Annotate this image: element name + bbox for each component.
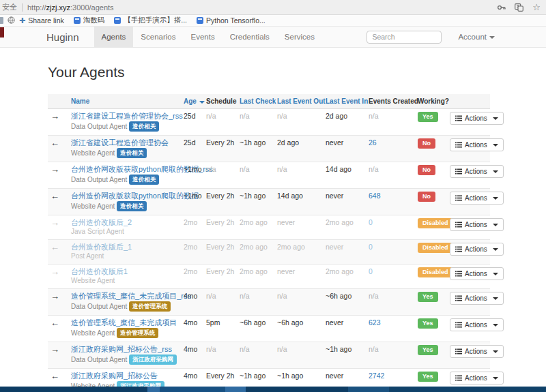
translate-icon[interactable] xyxy=(515,3,523,12)
header-events-created: Events Created xyxy=(369,97,418,105)
bookmark-taoshuma[interactable]: 淘数码 xyxy=(74,16,105,25)
events-created-link[interactable]: 26 xyxy=(369,138,377,147)
nav-item-events[interactable]: Events xyxy=(184,27,222,47)
actions-button[interactable]: Actions xyxy=(450,218,504,231)
agent-type-label: Website Agent xyxy=(71,277,115,284)
key-icon[interactable] xyxy=(497,3,506,12)
agent-type-label: Website Agent xyxy=(71,329,115,337)
list-icon xyxy=(455,168,462,175)
sort-last-event-in-header[interactable]: Last Event In xyxy=(326,97,368,105)
agent-name-link[interactable]: 台州造价改版后1 xyxy=(71,267,128,275)
nav-item-services[interactable]: Services xyxy=(277,27,322,47)
sort-name-header[interactable]: Name xyxy=(71,97,89,105)
last-check-cell: n/a xyxy=(237,162,274,189)
last-event-in-cell: never xyxy=(323,189,366,215)
account-menu[interactable]: Account xyxy=(458,33,495,41)
status-badge: Disabled xyxy=(418,218,453,228)
globe-icon[interactable] xyxy=(8,16,15,25)
last-check-cell: 2mo ago xyxy=(237,240,274,265)
status-badge: No xyxy=(418,165,435,175)
nav-item-credentials[interactable]: Credentials xyxy=(222,27,277,47)
agent-name-link[interactable]: 造价管理系统_糜信_未完成项目_rss xyxy=(71,292,191,300)
schedule-cell: n/a xyxy=(203,162,237,189)
events-created-cell: 0 xyxy=(366,215,415,240)
actions-button[interactable]: Actions xyxy=(450,318,504,331)
agent-name-link[interactable]: 浙江政府采购网_招标公告_rss xyxy=(71,345,172,353)
scenario-badge[interactable]: 造价相关 xyxy=(129,175,159,185)
agent-name-link[interactable]: 浙江省建设工程造价管理协会 xyxy=(71,138,169,147)
last-event-out-cell: n/a xyxy=(274,289,323,316)
browser-url-bar[interactable]: 安全 http://zjzj.xyz:3000/agents ☆ xyxy=(0,0,546,15)
sort-age-header[interactable]: Age xyxy=(184,97,205,105)
last-check-cell: n/a xyxy=(237,109,274,136)
events-created-link[interactable]: 0 xyxy=(369,218,373,226)
actions-button[interactable]: Actions xyxy=(450,138,504,151)
actions-button[interactable]: Actions xyxy=(450,165,504,178)
nav-item-scenarios[interactable]: Scenarios xyxy=(133,27,183,47)
agent-name-link[interactable]: 台州造价改版后_2 xyxy=(71,218,132,226)
events-created-link[interactable]: 0 xyxy=(369,267,373,275)
agent-name-link[interactable]: 造价管理系统_糜信_未完成项目 xyxy=(71,318,177,327)
agent-name-link[interactable]: 浙江政府采购网_招标公告 xyxy=(71,372,158,380)
actions-button[interactable]: Actions xyxy=(450,112,504,125)
actions-button-label: Actions xyxy=(465,374,487,382)
app-navbar: Huginn Agents Scenarios Events Credentia… xyxy=(0,27,546,48)
direction-arrow-icon: → xyxy=(51,164,59,175)
actions-button[interactable]: Actions xyxy=(450,372,504,385)
agent-type-label: Website Agent xyxy=(71,149,115,157)
schedule-cell: Every 2h xyxy=(203,265,237,289)
header-schedule: Schedule xyxy=(206,97,236,105)
age-cell: 4mo xyxy=(181,316,203,342)
bookmark-python-tensorflow[interactable]: Python Tensorflo... xyxy=(197,16,265,25)
bookmark-shaare-link[interactable]: ✚Shaare link xyxy=(19,16,64,25)
table-row: → 台州造价改版后1 Website Agent 2mo Every 2h 2m… xyxy=(48,265,490,289)
events-created-link[interactable]: 2742 xyxy=(369,372,384,380)
actions-button[interactable]: Actions xyxy=(450,345,504,358)
last-check-cell: 2mo ago xyxy=(237,265,274,289)
clipped-favicon[interactable] xyxy=(0,17,3,24)
brand-huginn[interactable]: Huginn xyxy=(46,31,79,43)
search-input[interactable] xyxy=(367,31,442,44)
events-created-link[interactable]: 648 xyxy=(369,192,381,200)
scenario-badge[interactable]: 浙江政府采购网 xyxy=(129,355,177,365)
favicon-icon xyxy=(114,17,121,24)
favicon-icon xyxy=(74,17,81,24)
scenario-badge[interactable]: 造价管理系统 xyxy=(129,301,171,312)
agent-type-label: Post Agent xyxy=(71,252,104,260)
bookmark-demo[interactable]: 【手把手演示】搭... xyxy=(114,16,187,25)
taskbar-segment xyxy=(389,387,546,392)
sort-last-check-header[interactable]: Last Check xyxy=(240,97,276,105)
status-badge: Yes xyxy=(418,345,438,355)
last-event-out-cell: never xyxy=(274,215,323,240)
taskbar[interactable] xyxy=(0,387,546,392)
agent-name-link[interactable]: 台州造价网改版获取python爬取的数据 xyxy=(71,192,199,200)
address-url[interactable]: http://zjzj.xyz:3000/agents xyxy=(27,3,114,12)
scenario-badge[interactable]: 造价相关 xyxy=(129,121,159,132)
agent-name-link[interactable]: 浙江省建设工程造价管理协会_rss xyxy=(71,112,183,120)
chevron-down-icon xyxy=(493,144,498,147)
events-created-link[interactable]: 623 xyxy=(369,318,381,327)
actions-button[interactable]: Actions xyxy=(450,292,504,305)
last-event-out-cell: ~6h ago xyxy=(274,316,323,342)
agent-name-link[interactable]: 台州造价改版后_1 xyxy=(71,243,132,251)
actions-button[interactable]: Actions xyxy=(450,192,504,205)
chevron-down-icon xyxy=(493,248,498,251)
last-event-out-cell: 2d ago xyxy=(274,136,323,162)
agent-type-label: Data Output Agent xyxy=(71,176,127,183)
direction-arrow-icon: ← xyxy=(51,191,59,201)
age-cell: 25d xyxy=(181,109,203,136)
actions-button-label: Actions xyxy=(465,321,487,329)
nav-item-agents[interactable]: Agents xyxy=(94,27,134,47)
scenario-badge[interactable]: 造价管理系统 xyxy=(117,328,158,338)
last-event-in-cell: ~1h ago xyxy=(323,342,366,369)
actions-button-label: Actions xyxy=(465,245,487,253)
scenario-badge[interactable]: 造价相关 xyxy=(117,148,147,158)
sort-last-event-out-header[interactable]: Last Event Out xyxy=(277,97,326,105)
actions-button[interactable]: Actions xyxy=(450,267,504,280)
events-created-link[interactable]: 0 xyxy=(369,243,373,251)
bookmark-star-icon[interactable]: ☆ xyxy=(532,3,541,12)
actions-button[interactable]: Actions xyxy=(450,243,504,256)
scenario-badge[interactable]: 造价相关 xyxy=(117,201,147,211)
age-cell: ~1mo xyxy=(181,162,203,189)
list-icon xyxy=(455,142,462,148)
